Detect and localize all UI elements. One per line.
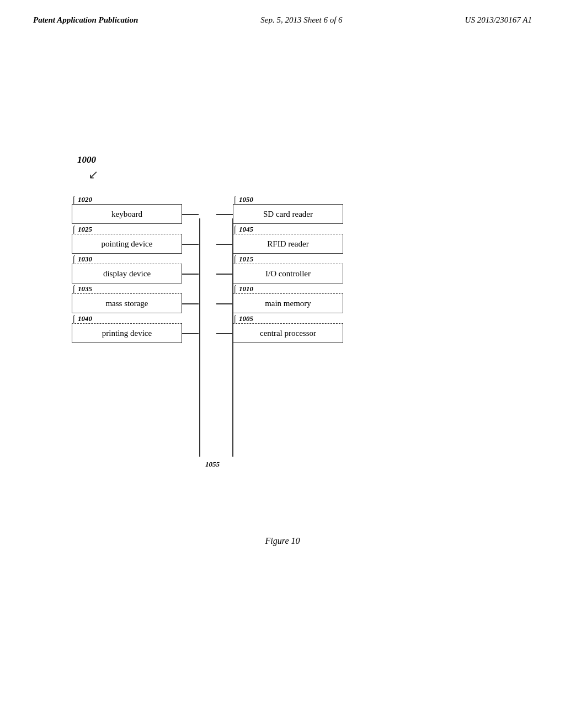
diagram-area: 1000 ↙ ⌠ 1020 keyboard ⌠ 1025 pointing d… xyxy=(72,154,491,491)
block-id-1015: ⌠ 1015 xyxy=(233,255,253,264)
block-wrapper-1040: ⌠ 1040 printing device xyxy=(72,323,182,343)
block-main-memory: main memory xyxy=(233,293,343,313)
block-wrapper-1025: ⌠ 1025 pointing device xyxy=(72,234,182,254)
block-id-1035: ⌠ 1035 xyxy=(72,285,92,293)
block-id-1050: ⌠ 1050 xyxy=(233,195,253,204)
block-wrapper-1015: ⌠ 1015 I/O controller xyxy=(233,264,343,283)
block-rfid-reader: RFID reader xyxy=(233,234,343,254)
block-wrapper-1030: ⌠ 1030 display device xyxy=(72,264,182,283)
block-io-controller: I/O controller xyxy=(233,264,343,283)
block-wrapper-1005: ⌠ 1005 central processor xyxy=(233,323,343,343)
bus-label: 1055 xyxy=(205,460,220,469)
header-publication-type: Patent Application Publication xyxy=(33,15,138,25)
block-id-1045: ⌠ 1045 xyxy=(233,225,253,234)
block-id-1020: ⌠ 1020 xyxy=(72,195,92,204)
block-wrapper-1045: ⌠ 1045 RFID reader xyxy=(233,234,343,254)
block-wrapper-1010: ⌠ 1010 main memory xyxy=(233,293,343,313)
bus-line-left xyxy=(199,218,200,457)
block-wrapper-1020: ⌠ 1020 keyboard xyxy=(72,204,182,224)
block-wrapper-1035: ⌠ 1035 mass storage xyxy=(72,293,182,313)
block-id-1040: ⌠ 1040 xyxy=(72,314,92,323)
header-patent-number: US 2013/230167 A1 xyxy=(465,15,532,25)
header-date-sheet: Sep. 5, 2013 Sheet 6 of 6 xyxy=(260,15,342,25)
block-pointing-device: pointing device xyxy=(72,234,182,254)
block-mass-storage: mass storage xyxy=(72,293,182,313)
block-keyboard: keyboard xyxy=(72,204,182,224)
block-display-device: display device xyxy=(72,264,182,283)
system-number-label: 1000 xyxy=(77,154,491,165)
page-header: Patent Application Publication Sep. 5, 2… xyxy=(0,0,565,25)
block-id-1025: ⌠ 1025 xyxy=(72,225,92,234)
block-printing-device: printing device xyxy=(72,323,182,343)
block-wrapper-1050: ⌠ 1050 SD card reader xyxy=(233,204,343,224)
arrow-indicator: ↙ xyxy=(88,168,491,182)
block-sd-card-reader: SD card reader xyxy=(233,204,343,224)
block-id-1005: ⌠ 1005 xyxy=(233,314,253,323)
block-id-1010: ⌠ 1010 xyxy=(233,285,253,293)
block-id-1030: ⌠ 1030 xyxy=(72,255,92,264)
figure-caption: Figure 10 xyxy=(265,536,300,546)
block-central-processor: central processor xyxy=(233,323,343,343)
